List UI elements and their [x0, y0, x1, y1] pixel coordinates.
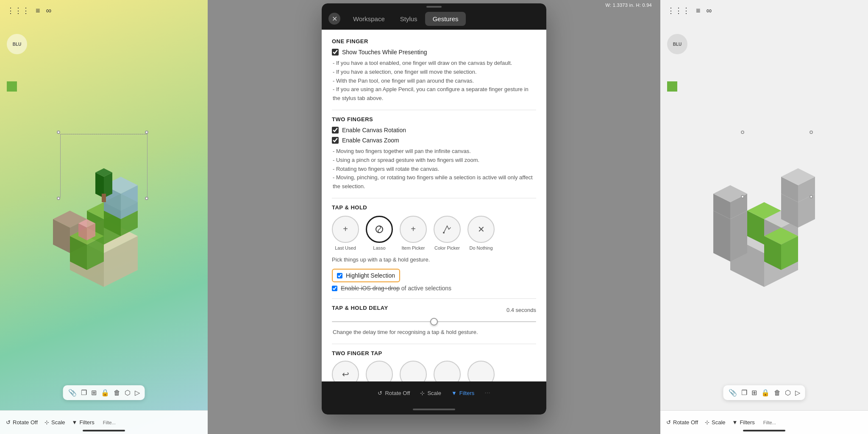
- selection-handle-bl-left[interactable]: [57, 197, 60, 200]
- color-picker-circle[interactable]: [434, 216, 461, 243]
- send-icon-left[interactable]: ▷: [135, 389, 140, 397]
- two-finger-circle-4[interactable]: [434, 361, 461, 381]
- delay-slider-thumb[interactable]: [430, 318, 438, 326]
- canvas-zoom-row[interactable]: Enable Canvas Zoom: [332, 137, 536, 144]
- last-used-circle[interactable]: +: [332, 216, 359, 243]
- filters-btn-left[interactable]: ▼ Filters: [72, 419, 95, 426]
- selection-line-top-left: [60, 134, 147, 134]
- infinity-icon-left[interactable]: ∞: [46, 6, 52, 15]
- more-options-btn-modal[interactable]: ···: [484, 389, 490, 397]
- two-finger-circle-5[interactable]: [467, 361, 495, 381]
- selection-handle-tr-left[interactable]: [145, 131, 148, 134]
- scale-icon-right: ⊹: [705, 419, 709, 426]
- modal-home-indicator: [413, 409, 455, 410]
- tap-icon-last-used[interactable]: + Last Used: [332, 216, 359, 250]
- tap-icon-color-picker[interactable]: Color Picker: [434, 216, 461, 250]
- modal-header: ✕ Workspace Stylus Gestures: [322, 8, 546, 30]
- two-finger-tap-icon-4[interactable]: [434, 361, 461, 381]
- modal-close-button[interactable]: ✕: [328, 13, 340, 25]
- color-picker-label: Color Picker: [434, 245, 460, 250]
- grid-small-icon-right[interactable]: ⊞: [751, 389, 757, 397]
- two-finger-circle-3[interactable]: [400, 361, 427, 381]
- two-finger-tap-icon-1[interactable]: ↩: [332, 361, 359, 381]
- scale-label-modal: Scale: [427, 390, 441, 396]
- paperclip-icon-right[interactable]: 📎: [729, 389, 737, 397]
- selection-handle-br-left[interactable]: [145, 197, 148, 200]
- selection-handle-br-right[interactable]: [810, 195, 813, 198]
- show-touches-checkbox[interactable]: [332, 49, 339, 56]
- highlight-selection-checkbox[interactable]: [337, 273, 342, 278]
- selection-line-right-left: [147, 134, 147, 198]
- two-finger-circle-2[interactable]: [366, 361, 393, 381]
- canvas-zoom-checkbox[interactable]: [332, 137, 339, 144]
- modal-bottom-bar: ↺ Rotate Off ⊹ Scale ▼ Filters ···: [322, 381, 546, 404]
- rotate-off-btn-left[interactable]: ↺ Rotate Off: [6, 419, 38, 426]
- filter-icon-right: ▼: [732, 419, 738, 426]
- two-finger-tap-icon-5[interactable]: [467, 361, 495, 381]
- item-picker-circle[interactable]: +: [400, 216, 427, 243]
- ios-drag-row[interactable]: Enable iOS drag+drop of active selection…: [332, 285, 536, 292]
- scale-btn-right[interactable]: ⊹ Scale: [705, 419, 726, 426]
- grid-icon-left[interactable]: ⋮⋮⋮: [7, 6, 30, 15]
- tab-gestures[interactable]: Gestures: [425, 12, 466, 26]
- grid-small-icon-left[interactable]: ⊞: [91, 389, 97, 397]
- tap-hold-title: TAP & HOLD: [332, 204, 536, 211]
- scale-btn-left[interactable]: ⊹ Scale: [45, 419, 65, 426]
- grid-icon-right[interactable]: ⋮⋮⋮: [667, 6, 690, 15]
- filters-btn-modal[interactable]: ▼ Filters: [451, 390, 474, 396]
- highlight-selection-box[interactable]: Highlight Selection: [332, 269, 400, 282]
- duplicate-icon-left[interactable]: ❐: [81, 389, 87, 397]
- selection-handle-tr-right[interactable]: [810, 131, 813, 134]
- lock-icon-right[interactable]: 🔒: [761, 389, 770, 397]
- duplicate-icon-right[interactable]: ❐: [741, 389, 747, 397]
- canvas-art-left[interactable]: [8, 25, 199, 404]
- lasso-circle[interactable]: [366, 216, 393, 243]
- selection-handle-bl-right[interactable]: [741, 195, 744, 198]
- two-finger-tap-icon-2[interactable]: [366, 361, 393, 381]
- trash-icon-right[interactable]: 🗑: [774, 389, 781, 397]
- center-panel: W: 1.3373 in. H: 0.94 ✕ Workspace Stylus…: [208, 0, 660, 434]
- scale-btn-modal[interactable]: ⊹ Scale: [420, 390, 441, 396]
- tap-icon-lasso[interactable]: Lasso: [366, 216, 393, 250]
- delay-slider-container[interactable]: [332, 321, 536, 322]
- flip-icon-left[interactable]: ⬡: [125, 389, 131, 397]
- show-touches-row[interactable]: Show Touches While Presenting: [332, 49, 536, 56]
- two-finger-tap-icons: ↩: [332, 361, 536, 381]
- menu-icon-left[interactable]: ≡: [36, 6, 40, 15]
- filter-icon-modal: ▼: [451, 390, 457, 396]
- home-indicator-left: [83, 430, 125, 431]
- do-nothing-circle[interactable]: ✕: [467, 216, 495, 243]
- two-finger-circle-1[interactable]: ↩: [332, 361, 359, 381]
- paperclip-icon-left[interactable]: 📎: [68, 389, 77, 397]
- ios-drag-checkbox[interactable]: [332, 286, 337, 291]
- tap-icon-do-nothing[interactable]: ✕ Do Nothing: [467, 216, 495, 250]
- trash-icon-left[interactable]: 🗑: [114, 389, 120, 397]
- rotate-label-modal: Rotate Off: [385, 390, 410, 396]
- item-picker-label: Item Picker: [401, 245, 425, 250]
- canvas-art-right[interactable]: [669, 25, 860, 404]
- lasso-label: Lasso: [373, 245, 385, 250]
- tap-icon-item-picker[interactable]: + Item Picker: [400, 216, 427, 250]
- infinity-icon-right[interactable]: ∞: [707, 6, 712, 15]
- canvas-rotation-checkbox[interactable]: [332, 127, 339, 134]
- lock-icon-left[interactable]: 🔒: [101, 389, 109, 397]
- rotate-off-btn-modal[interactable]: ↺ Rotate Off: [378, 390, 410, 396]
- one-finger-title: ONE FINGER: [332, 38, 536, 45]
- tab-stylus[interactable]: Stylus: [392, 12, 425, 26]
- two-fingers-description: - Moving two fingers together will pan t…: [332, 147, 536, 191]
- flip-icon-right[interactable]: ⬡: [785, 389, 791, 397]
- filter-icon-left: ▼: [72, 419, 78, 426]
- tab-workspace[interactable]: Workspace: [345, 12, 392, 26]
- canvas-rotation-row[interactable]: Enable Canvas Rotation: [332, 127, 536, 134]
- two-finger-tap-icon-3[interactable]: [400, 361, 427, 381]
- selection-handle-tl-left[interactable]: [57, 131, 60, 134]
- rotate-off-btn-right[interactable]: ↺ Rotate Off: [666, 419, 698, 426]
- rotate-icon-modal: ↺: [378, 390, 382, 396]
- delay-slider-track[interactable]: [332, 321, 536, 322]
- filters-btn-right[interactable]: ▼ Filters: [732, 419, 755, 426]
- menu-icon-right[interactable]: ≡: [696, 6, 701, 15]
- svg-rect-24: [102, 194, 106, 202]
- send-icon-right[interactable]: ▷: [795, 389, 800, 397]
- truncated-label-right: Filte...: [763, 420, 776, 425]
- selection-handle-tl-right[interactable]: [741, 131, 744, 134]
